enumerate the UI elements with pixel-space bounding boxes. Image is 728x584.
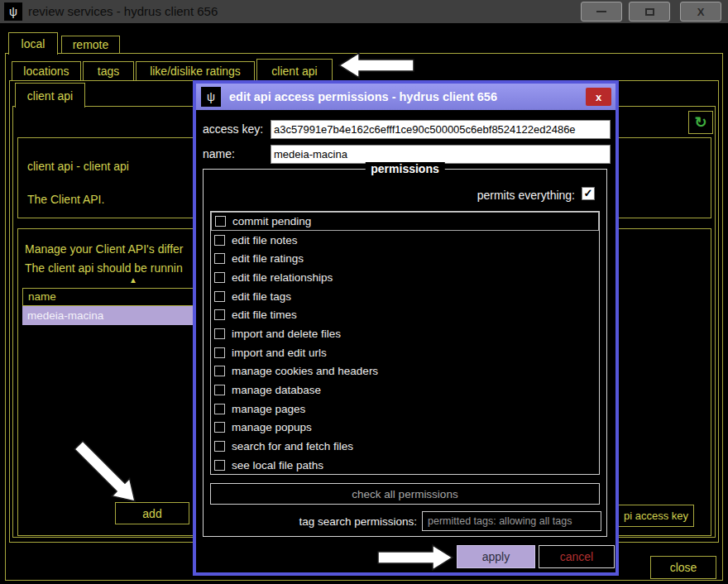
- permission-label: manage pages: [232, 403, 305, 415]
- close-button[interactable]: close: [650, 556, 716, 579]
- permission-label: manage popups: [232, 421, 312, 433]
- permissions-legend: permissions: [365, 162, 444, 175]
- window-titlebar: ψ review services - hydrus client 656 X: [0, 0, 728, 23]
- permissions-list: commit pending edit file notes edit file…: [210, 211, 600, 475]
- permission-checkbox[interactable]: [214, 272, 225, 283]
- permission-item[interactable]: manage popups: [211, 419, 599, 438]
- tag-search-permissions-field[interactable]: permitted tags: allowing all tags: [422, 511, 601, 531]
- permission-label: edit file times: [232, 309, 297, 321]
- permission-checkbox[interactable]: [214, 309, 225, 320]
- close-icon: X: [697, 6, 705, 18]
- service-description-text: The Client API.: [27, 193, 104, 206]
- permits-everything-checkbox[interactable]: ✓: [582, 187, 595, 200]
- minimize-icon: [596, 11, 606, 12]
- apply-button[interactable]: apply: [457, 545, 535, 568]
- app-icon: ψ: [201, 87, 221, 107]
- permission-item[interactable]: import and delete files: [211, 324, 599, 343]
- sort-ascending-icon: ▲: [129, 275, 137, 285]
- permission-checkbox[interactable]: [214, 253, 225, 264]
- permission-checkbox[interactable]: [215, 216, 226, 227]
- permission-item[interactable]: edit file ratings: [211, 249, 599, 268]
- permission-label: manage cookies and headers: [232, 365, 378, 377]
- tag-search-permissions-label: tag search permissions:: [210, 515, 417, 528]
- tab-like-dislike-ratings[interactable]: like/dislike ratings: [136, 61, 255, 81]
- permission-label: edit file relationships: [232, 271, 333, 284]
- access-key-input[interactable]: [271, 120, 611, 139]
- dialog-titlebar: ψ edit api access permissions - hydrus c…: [196, 84, 615, 110]
- permission-item[interactable]: edit file times: [211, 305, 599, 324]
- permission-label: import and edit urls: [232, 347, 327, 359]
- permission-item[interactable]: manage cookies and headers: [211, 362, 599, 381]
- window-title: review services - hydrus client 656: [28, 0, 218, 23]
- maximize-button[interactable]: [629, 2, 670, 22]
- permission-item[interactable]: edit file notes: [211, 231, 599, 250]
- check-all-permissions-button[interactable]: check all permissions: [210, 483, 600, 505]
- add-button[interactable]: add: [115, 502, 189, 524]
- tab-local[interactable]: local: [8, 32, 58, 55]
- tab-locations[interactable]: locations: [12, 61, 81, 81]
- permission-item[interactable]: edit file tags: [211, 287, 599, 306]
- tab-tags[interactable]: tags: [83, 61, 134, 81]
- tab-client-api[interactable]: client api: [256, 59, 333, 82]
- check-icon: ✓: [582, 188, 594, 199]
- close-window-button[interactable]: X: [680, 2, 721, 22]
- maximize-icon: [645, 8, 654, 16]
- tab-client-api-page[interactable]: client api: [15, 83, 85, 108]
- permission-checkbox[interactable]: [214, 385, 225, 395]
- permission-checkbox[interactable]: [214, 235, 225, 246]
- permission-checkbox[interactable]: [214, 291, 225, 302]
- access-key-label: access key:: [203, 122, 263, 136]
- permission-label: import and delete files: [232, 328, 341, 340]
- permission-label: edit file notes: [232, 234, 298, 247]
- service-title-text: client api - client api: [27, 160, 129, 173]
- permission-checkbox[interactable]: [214, 328, 225, 339]
- permission-item[interactable]: manage database: [211, 381, 599, 400]
- cancel-button[interactable]: cancel: [539, 545, 615, 568]
- permission-label: commit pending: [232, 215, 311, 227]
- permission-checkbox[interactable]: [214, 441, 225, 452]
- name-input[interactable]: [271, 145, 611, 164]
- name-label: name:: [203, 147, 235, 160]
- permission-label: see local file paths: [232, 459, 323, 472]
- permission-checkbox[interactable]: [214, 404, 225, 414]
- edit-api-permissions-dialog: ψ edit api access permissions - hydrus c…: [193, 80, 619, 576]
- permission-checkbox[interactable]: [214, 422, 225, 433]
- permission-label: search for and fetch files: [232, 440, 353, 452]
- permission-label: edit file ratings: [232, 252, 304, 265]
- permission-label: edit file tags: [232, 290, 291, 303]
- app-icon: ψ: [4, 2, 22, 21]
- permits-everything-label: permits everything:: [477, 189, 575, 202]
- permission-item[interactable]: manage pages: [211, 400, 599, 419]
- permission-checkbox[interactable]: [214, 460, 225, 471]
- permission-item[interactable]: commit pending: [211, 212, 599, 231]
- permission-item[interactable]: import and edit urls: [211, 343, 599, 362]
- permission-item[interactable]: search for and fetch files: [211, 437, 599, 456]
- permission-checkbox[interactable]: [214, 366, 225, 376]
- permission-label: manage database: [232, 384, 321, 396]
- tab-remote[interactable]: remote: [61, 36, 120, 54]
- copy-api-access-key-button[interactable]: pi access key: [619, 505, 694, 527]
- api-keys-help-text-1: Manage your Client API's differ: [25, 242, 184, 256]
- permissions-groupbox: permissions permits everything: ✓ commit…: [203, 169, 607, 537]
- refresh-button[interactable]: ↻: [688, 111, 713, 134]
- permission-item[interactable]: edit file relationships: [211, 268, 599, 287]
- dialog-close-button[interactable]: x: [586, 88, 611, 106]
- api-keys-help-text-2: The client api should be runnin: [25, 261, 183, 275]
- refresh-icon: ↻: [694, 113, 706, 132]
- permission-item[interactable]: see local file paths: [211, 456, 599, 475]
- permission-checkbox[interactable]: [214, 347, 225, 358]
- minimize-button[interactable]: [581, 2, 622, 22]
- dialog-title: edit api access permissions - hydrus cli…: [229, 84, 497, 110]
